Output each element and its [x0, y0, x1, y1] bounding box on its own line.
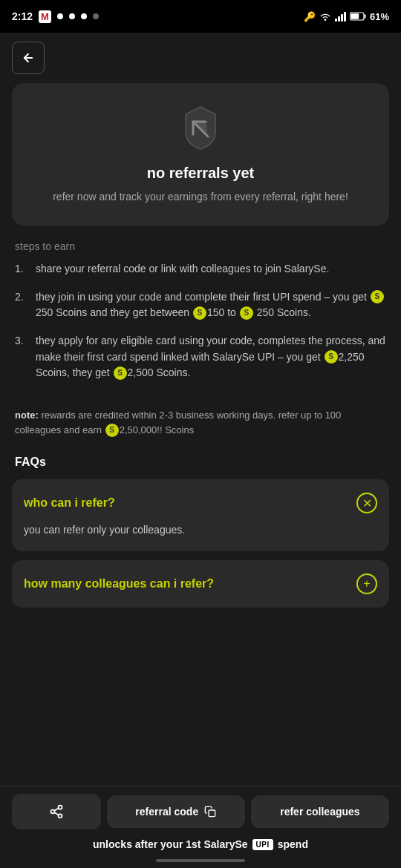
step-1-num: 1. [15, 261, 28, 277]
dot-1 [57, 13, 63, 19]
coin-icon-note: S [105, 424, 119, 437]
wifi-icon [319, 12, 331, 21]
faq-expand-icon-2[interactable]: + [356, 573, 377, 594]
faq-item-2: how many colleagues can i refer? + [12, 560, 389, 608]
signal-icon [335, 12, 346, 22]
bottom-actions: referral code refer colleagues [0, 786, 401, 834]
copy-icon [204, 806, 216, 818]
coin-icon-2: S [193, 306, 206, 320]
steps-label: steps to earn [0, 240, 401, 261]
svg-rect-2 [364, 15, 365, 19]
svg-line-6 [54, 812, 59, 815]
dot-3 [81, 13, 87, 19]
dot-2 [69, 13, 75, 19]
share-icon [49, 804, 64, 819]
trophy-icon [175, 101, 226, 153]
coin-icon-1: S [371, 290, 384, 303]
gmail-icon: M [39, 10, 51, 23]
back-button[interactable] [12, 42, 45, 74]
step-3-num: 3. [15, 333, 28, 381]
refer-colleagues-label: refer colleagues [280, 806, 359, 818]
faq-header-2[interactable]: how many colleagues can i refer? + [24, 573, 377, 594]
unlock-suffix: spend [278, 838, 308, 850]
referral-code-button[interactable]: referral code [107, 795, 245, 828]
referrals-card: no referrals yet refer now and track you… [12, 83, 389, 226]
step-3-text: they apply for any eligible card using y… [36, 333, 386, 381]
steps-container: 1. share your referral code or link with… [0, 261, 401, 408]
unlock-text: unlocks after your 1st SalarySe UPI spen… [0, 834, 401, 856]
step-2-text: they join in using your code and complet… [36, 289, 386, 321]
status-right: 🔑 61% [304, 11, 389, 22]
faq-question-2: how many colleagues can i refer? [24, 577, 214, 591]
svg-rect-8 [209, 810, 215, 817]
step-2: 2. they join in using your code and comp… [15, 289, 386, 321]
refer-colleagues-button[interactable]: refer colleagues [251, 795, 389, 828]
note-text: note: rewards are credited within 2-3 bu… [0, 408, 401, 456]
status-bar: 2:12 M 🔑 61% [0, 0, 401, 33]
svg-rect-1 [351, 13, 359, 19]
no-referrals-title: no referrals yet [27, 165, 374, 182]
bottom-bar: referral code refer colleagues unlocks a… [0, 786, 401, 868]
no-referrals-subtitle: refer now and track your earnings from e… [27, 189, 374, 205]
step-2-num: 2. [15, 289, 28, 321]
dot-4 [93, 13, 99, 19]
step-1: 1. share your referral code or link with… [15, 261, 386, 277]
home-indicator [156, 859, 245, 862]
faq-question-1: who can i refer? [24, 496, 115, 510]
faq-answer-1: you can refer only your colleagues. [24, 522, 377, 538]
unlock-prefix: unlocks after your 1st SalarySe [93, 838, 248, 850]
coin-icon-3: S [240, 306, 253, 320]
nav-bar [0, 33, 401, 83]
referral-code-label: referral code [135, 806, 198, 818]
battery-icon [350, 12, 366, 21]
upi-badge: UPI [252, 839, 273, 850]
faq-header-1[interactable]: who can i refer? ✕ [24, 493, 377, 513]
step-1-text: share your referral code or link with co… [36, 261, 329, 277]
faq-collapse-icon-1[interactable]: ✕ [356, 493, 377, 513]
share-button[interactable] [12, 794, 101, 829]
battery-percent: 61% [370, 11, 389, 22]
step-3: 3. they apply for any eligible card usin… [15, 333, 386, 381]
coin-icon-4: S [325, 350, 338, 364]
status-left: 2:12 M [12, 10, 99, 23]
key-icon: 🔑 [304, 11, 316, 22]
faqs-label: FAQs [0, 456, 401, 479]
faq-item-1: who can i refer? ✕ you can refer only yo… [12, 479, 389, 551]
time-display: 2:12 [12, 10, 33, 22]
coin-icon-5: S [114, 366, 127, 380]
svg-line-7 [54, 808, 59, 810]
